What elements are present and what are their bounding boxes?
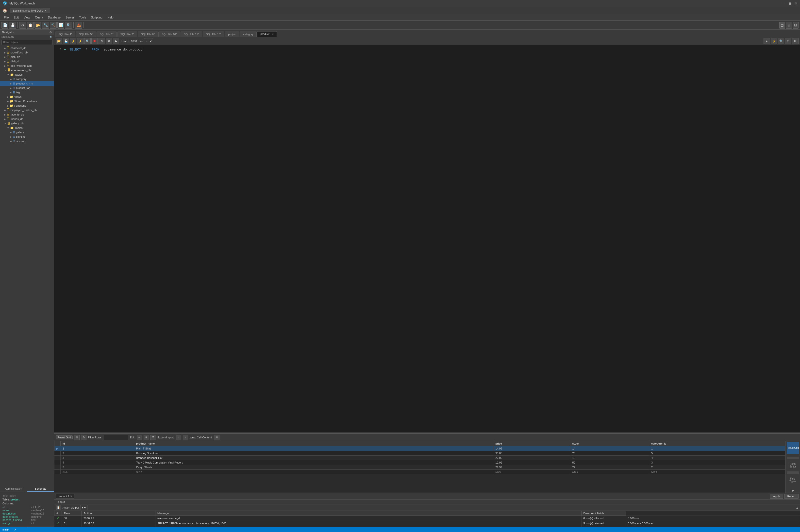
scroll-down-btn[interactable]: ▾ [787, 489, 799, 493]
tree-item-category-table[interactable]: ▶ ⊞ category [0, 77, 54, 81]
cell-id[interactable]: 4 [61, 460, 134, 465]
cell-category-id[interactable]: 2 [649, 465, 785, 470]
tree-item-ecommerce-db[interactable]: ▼ 🗄 ecommerce_db [0, 68, 54, 72]
apply-button[interactable]: Apply [770, 494, 783, 499]
cell-stock[interactable]: 50 [570, 460, 649, 465]
tree-item-functions-folder[interactable]: ▶ 📁 Functions [0, 103, 54, 108]
maximize-btn[interactable]: ▣ [788, 1, 792, 5]
result-grid-mode-btn[interactable]: Result Grid [787, 442, 799, 454]
execute-btn[interactable]: ⚡ [70, 38, 76, 44]
cell-id[interactable]: 2 [61, 451, 134, 456]
cell-stock[interactable]: 22 [570, 465, 649, 470]
close-btn[interactable]: ✕ [795, 1, 798, 5]
tree-item-product-table[interactable]: ▶ ⊞ product ⊙ ✎ ⊕ [0, 81, 54, 86]
cell-category-id[interactable]: 4 [649, 456, 785, 460]
cell-stock[interactable]: 14 [570, 446, 649, 451]
sql-tab-5[interactable]: SQL File 10* [158, 32, 180, 37]
result-grid-refresh-btn[interactable]: ↻ [81, 435, 87, 440]
toolbar-btn-4[interactable]: 📋 [27, 22, 34, 28]
tree-item-dog-walking[interactable]: ▶ 🗄 dog_walking_app [0, 63, 54, 68]
tree-item-gallery-table[interactable]: ▶ ⊞ gallery [0, 130, 54, 134]
result-table-container[interactable]: id product_name price stock category_id … [54, 441, 785, 493]
tree-item-tag-table[interactable]: ▶ ⊞ tag [0, 90, 54, 95]
refresh-btn[interactable]: ↻ [98, 38, 105, 44]
menu-edit[interactable]: Edit [11, 15, 21, 20]
sort-arrow-icon[interactable]: ▲ [796, 506, 799, 509]
sql-tab-0[interactable]: SQL File 4* [55, 32, 75, 37]
output-tab-product1[interactable]: product 1 ✕ [56, 494, 74, 498]
sidebar-tab-administration[interactable]: Administration [0, 486, 27, 492]
sql-tab-close[interactable]: ✕ [272, 33, 274, 36]
execute-selection-btn[interactable]: ⚡ [77, 38, 83, 44]
instance-tab-close[interactable]: ✕ [44, 9, 47, 12]
toolbar-btn-6[interactable]: 🔧 [42, 22, 49, 28]
table-row[interactable]: 3 Branded Baseball Hat 22.99 12 4 [54, 456, 785, 460]
cell-price[interactable]: 29.99 [493, 465, 570, 470]
table-row[interactable]: 4 Top 40 Music Compilation Vinyl Record … [54, 460, 785, 465]
sql-tab-8[interactable]: project [225, 32, 240, 37]
toolbar-layout-btn-2[interactable]: ⊞ [786, 22, 792, 28]
menu-query[interactable]: Query [33, 15, 45, 20]
menu-server[interactable]: Server [63, 15, 77, 20]
cell-product-name[interactable]: Plain T-Shirt [134, 446, 493, 451]
col-category-id-header[interactable]: category_id [649, 441, 785, 446]
cell-product-name[interactable]: Running Sneakers [134, 451, 493, 456]
tree-item-employee-tracker-db[interactable]: ▶ 🗄 employee_tracker_db [0, 108, 54, 112]
col-id-header[interactable]: id [61, 441, 134, 446]
sql-tab-10[interactable]: product ✕ [257, 31, 277, 37]
col-stock-header[interactable]: stock [570, 441, 649, 446]
tree-item-stored-procedures-folder[interactable]: ▶ 📁 Stored Procedures [0, 99, 54, 103]
tree-item-crowdfund-db[interactable]: ▶ 🗄 crowdfund_db [0, 50, 54, 55]
toolbar-btn-9[interactable]: 🔍 [65, 22, 72, 28]
tree-item-friends-db[interactable]: ▶ 🗄 friends_db [0, 117, 54, 121]
menu-file[interactable]: File [1, 15, 11, 20]
instance-tab[interactable]: Local instance MySQL80 ✕ [10, 8, 50, 13]
export-btn[interactable]: ↑ [176, 435, 181, 440]
cell-id[interactable]: 1 [61, 446, 134, 451]
edit-pencil-btn[interactable]: ✏ [137, 435, 142, 440]
tree-item-gallery-db[interactable]: ▼ 🗄 gallery_db [0, 121, 54, 126]
sql-tab-9[interactable]: category [240, 32, 256, 37]
toolbar-btn-3[interactable]: ⚙ [19, 22, 26, 28]
action-output-icon[interactable]: 📋 [56, 505, 61, 510]
result-grid-tab[interactable]: Result Grid [56, 435, 73, 439]
home-button[interactable]: 🏠 [1, 7, 8, 14]
fullscreen-btn[interactable]: ⊞ [792, 38, 799, 44]
sql-tab-2[interactable]: SQL File 6* [97, 32, 117, 37]
cell-price[interactable]: 22.99 [493, 456, 570, 460]
cell-id[interactable]: 3 [61, 456, 134, 460]
cell-id[interactable]: 5 [61, 465, 134, 470]
toolbar-btn-10[interactable]: 📤 [75, 22, 82, 28]
tree-item-gallery-tables-folder[interactable]: ▼ 📁 Tables [0, 126, 54, 130]
menu-scripting[interactable]: Scripting [89, 15, 105, 20]
result-grid-format-btn[interactable]: ⊞ [74, 435, 79, 440]
toolbar-layout-btn-3[interactable]: ⊟ [793, 22, 799, 28]
cell-product-name[interactable]: Branded Baseball Hat [134, 456, 493, 460]
minimize-btn[interactable]: ― [782, 1, 785, 5]
import-btn[interactable]: ↓ [183, 435, 188, 440]
tree-item-views-folder[interactable]: ▶ 📁 Views [0, 95, 54, 99]
toolbar-btn-5[interactable]: 📂 [35, 22, 41, 28]
stop-btn[interactable]: ⏹ [91, 38, 98, 44]
table-row[interactable]: ✓ 80 20:37:29 use ecommerce_db 0 row(s) … [54, 516, 800, 521]
cell-product-name[interactable]: Top 40 Music Compilation Vinyl Record [134, 460, 493, 465]
action-output-select[interactable]: ▾ [80, 505, 88, 510]
sidebar-config-icon[interactable]: ⚙ [49, 31, 52, 34]
tree-item-tables-folder[interactable]: ▼ 📁 Tables [0, 72, 54, 77]
field-types-btn[interactable]: Field Types [787, 476, 799, 484]
edit-column-btn[interactable]: ☰ [151, 435, 156, 440]
sql-tab-3[interactable]: SQL File 7* [117, 32, 137, 37]
tree-item-product-tag-table[interactable]: ▶ ⊞ product_tag [0, 86, 54, 90]
sql-tab-7[interactable]: SQL File 16* [203, 32, 224, 37]
split-btn[interactable]: ⊟ [785, 38, 792, 44]
output-tab-close[interactable]: ✕ [70, 495, 72, 497]
toolbar-btn-1[interactable]: 📄 [1, 22, 8, 28]
toolbar-layout-btn-1[interactable]: ◻ [779, 22, 785, 28]
toolbar-btn-2[interactable]: 💾 [9, 22, 16, 28]
save-file-btn[interactable]: 💾 [63, 38, 69, 44]
table-row[interactable]: ▶ 1 Plain T-Shirt 14.99 14 1 [54, 446, 785, 451]
tree-item-dish-db[interactable]: ▶ 🗄 dish_db [0, 59, 54, 63]
col-product-name-header[interactable]: product_name [134, 441, 493, 446]
sql-tab-1[interactable]: SQL File 5* [76, 32, 96, 37]
tree-item-disb-db[interactable]: ▶ 🗄 disb_db [0, 55, 54, 59]
